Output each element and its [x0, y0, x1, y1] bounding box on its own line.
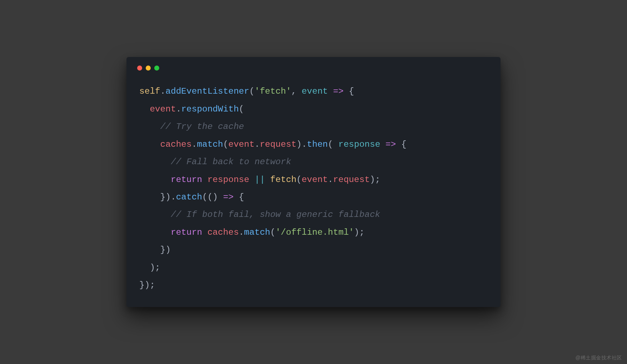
code-token	[328, 87, 333, 96]
code-token: event	[150, 104, 176, 114]
code-token: caches	[160, 140, 192, 149]
code-token: );	[354, 228, 364, 237]
code-token: event	[228, 140, 255, 149]
code-token: (	[239, 104, 244, 114]
code-token: =>	[333, 87, 343, 96]
code-token: self	[139, 87, 160, 96]
code-token: // Fall back to network	[171, 157, 291, 167]
code-token: {	[343, 87, 354, 96]
code-token: (	[249, 87, 255, 96]
code-token: event	[302, 87, 328, 96]
code-token	[139, 210, 171, 219]
code-token: '/offline.html'	[275, 228, 354, 237]
code-token	[265, 175, 270, 184]
code-token: });	[139, 280, 155, 290]
code-token: 'fetch'	[254, 87, 291, 96]
code-token: ,	[291, 87, 301, 96]
code-block: self.addEventListener('fetch', event => …	[139, 83, 488, 294]
code-token: =>	[223, 192, 233, 202]
close-icon[interactable]	[137, 66, 142, 71]
code-token	[139, 140, 160, 149]
code-token: ).	[296, 140, 307, 149]
code-token: // Try the cache	[160, 122, 244, 131]
code-token: match	[244, 228, 270, 237]
code-token	[139, 122, 160, 131]
window-traffic-lights	[137, 66, 488, 71]
code-token: );	[370, 175, 380, 184]
code-token: );	[139, 263, 160, 272]
code-token	[249, 175, 255, 184]
code-token: catch	[176, 192, 202, 202]
code-token: respondWith	[181, 104, 239, 114]
code-token: .	[254, 140, 260, 149]
code-token: response	[338, 140, 380, 149]
code-token: .	[160, 87, 166, 96]
code-token	[139, 175, 171, 184]
code-token: (	[270, 228, 276, 237]
code-token	[139, 157, 171, 167]
code-token: .	[176, 104, 181, 114]
code-token: ||	[254, 175, 265, 184]
code-token: return	[171, 175, 202, 184]
code-token: // If both fail, show a generic fallback	[171, 210, 380, 219]
code-token: return	[171, 228, 202, 237]
code-token: (	[328, 140, 338, 149]
watermark-text: @稀土掘金技术社区	[575, 355, 622, 361]
code-token: request	[260, 140, 296, 149]
code-token: })	[139, 245, 171, 255]
code-token: .	[239, 228, 244, 237]
code-token: {	[234, 192, 244, 202]
code-token: then	[307, 140, 328, 149]
code-token	[202, 175, 207, 184]
code-token: (()	[202, 192, 223, 202]
code-token	[139, 104, 150, 114]
minimize-icon[interactable]	[146, 66, 151, 71]
code-token	[139, 228, 171, 237]
code-token: response	[207, 175, 249, 184]
zoom-icon[interactable]	[154, 66, 159, 71]
code-token: addEventListener	[166, 87, 249, 96]
code-token: }).	[139, 192, 176, 202]
code-token: event	[302, 175, 328, 184]
code-token: fetch	[270, 175, 297, 184]
code-token: request	[333, 175, 370, 184]
code-token	[380, 140, 385, 149]
code-token: =>	[385, 140, 396, 149]
code-token: .	[328, 175, 333, 184]
code-token: match	[197, 140, 223, 149]
code-token: caches	[207, 228, 239, 237]
code-token: (	[296, 175, 302, 184]
code-token: .	[192, 140, 197, 149]
code-window: self.addEventListener('fetch', event => …	[126, 57, 501, 307]
code-token	[202, 228, 207, 237]
code-token: {	[396, 140, 406, 149]
code-token: (	[223, 140, 228, 149]
